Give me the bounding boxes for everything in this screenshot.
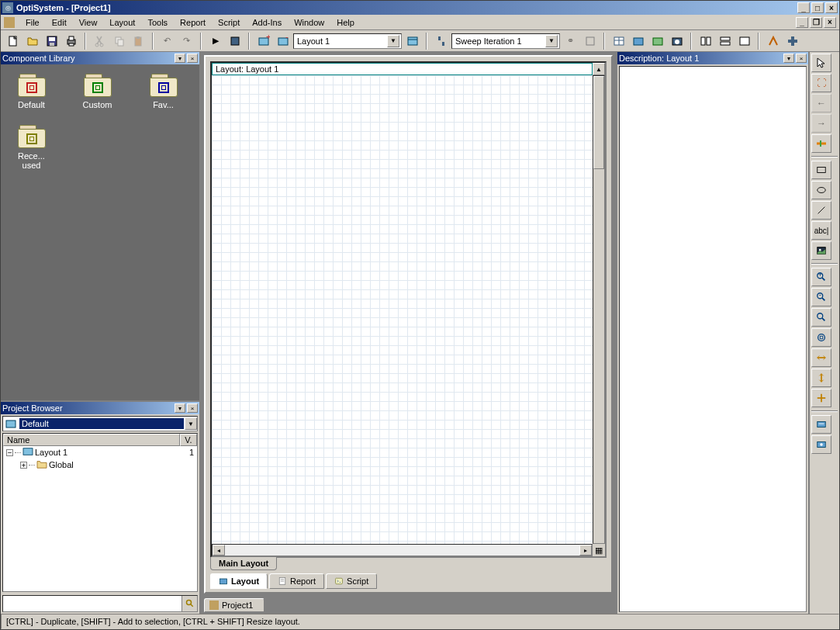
undo-button[interactable]: ↶ — [158, 33, 176, 50]
dropdown-icon[interactable]: ▼ — [545, 35, 558, 47]
search-input[interactable] — [3, 596, 181, 611]
panel-pin-button[interactable]: ▾ — [783, 54, 794, 63]
view3-button[interactable] — [668, 33, 686, 50]
text-tool-button[interactable]: abc| — [811, 221, 831, 240]
col-name[interactable]: Name — [3, 434, 180, 446]
fit-tool-button[interactable]: ⛶ — [811, 74, 831, 92]
layout-combo[interactable]: Layout 1 ▼ — [293, 33, 402, 49]
menu-file[interactable]: File — [19, 16, 46, 29]
panel-pin-button[interactable]: ▾ — [175, 403, 185, 413]
window-cascade-button[interactable] — [716, 33, 734, 50]
redo-button[interactable]: ↷ — [178, 33, 195, 50]
maximize-button[interactable]: □ — [811, 2, 824, 13]
menu-view[interactable]: View — [73, 16, 104, 29]
panel-pin-button[interactable]: ▾ — [175, 54, 185, 63]
connect-tool-button[interactable] — [811, 134, 831, 153]
pan-button[interactable] — [811, 389, 831, 407]
new-button[interactable] — [4, 33, 22, 50]
close-button[interactable]: × — [825, 2, 838, 13]
description-body[interactable] — [619, 66, 807, 612]
add-layout-button[interactable]: + — [254, 33, 272, 50]
window-tile-button[interactable] — [697, 33, 714, 50]
panel-close-button[interactable]: × — [187, 54, 198, 63]
view-settings-button[interactable] — [811, 415, 831, 434]
view-tab-report[interactable]: Report — [269, 573, 324, 589]
view1-button[interactable] — [629, 33, 647, 50]
view-tab-script[interactable]: Script — [326, 573, 377, 589]
layout-props-button[interactable] — [403, 33, 421, 50]
menu-report[interactable]: Report — [174, 16, 212, 29]
open-button[interactable] — [23, 33, 41, 50]
minimize-button[interactable]: _ — [797, 2, 810, 13]
document-tab[interactable]: Project1 — [204, 598, 264, 612]
mdi-minimize-button[interactable]: _ — [796, 17, 808, 28]
panel-close-button[interactable]: × — [187, 403, 198, 413]
sweep-combo[interactable]: Sweep Iteration 1 ▼ — [451, 33, 560, 49]
tree-toggle[interactable] — [6, 449, 13, 456]
panel-close-button[interactable]: × — [796, 54, 807, 63]
menu-layout[interactable]: Layout — [103, 16, 141, 29]
view-refresh-button[interactable] — [811, 435, 831, 454]
mdi-close-button[interactable]: × — [824, 17, 836, 28]
vscroll-button[interactable] — [811, 369, 831, 387]
main-layout-tab[interactable]: Main Layout — [210, 557, 277, 570]
paste-button[interactable] — [130, 33, 147, 50]
run-button[interactable]: ▶ — [206, 33, 224, 50]
table-button[interactable] — [610, 33, 627, 50]
zoom-in-button[interactable]: + — [811, 268, 831, 286]
dropdown-icon[interactable]: ▼ — [185, 417, 197, 430]
tree-row[interactable]: Layout 1 1 — [3, 446, 197, 459]
sweep-button[interactable] — [432, 33, 450, 50]
col-value[interactable]: V. — [180, 434, 197, 446]
arrow-left-tool-button[interactable]: ← — [811, 94, 831, 112]
menu-window[interactable]: Window — [288, 16, 330, 29]
hscroll-button[interactable] — [811, 348, 831, 367]
options-button[interactable] — [581, 33, 599, 50]
component-button[interactable] — [226, 33, 244, 50]
dropdown-icon[interactable]: ▼ — [387, 35, 399, 47]
copy-button[interactable] — [110, 33, 128, 50]
scroll-right-button[interactable]: ▸ — [579, 545, 592, 556]
tree-row[interactable]: Global — [3, 459, 197, 471]
cut-button[interactable] — [91, 33, 109, 50]
arrow-right-tool-button[interactable]: → — [811, 114, 831, 133]
design-canvas[interactable] — [212, 75, 593, 544]
library-folder[interactable]: Default — [10, 74, 53, 109]
remove-layout-button[interactable]: - — [274, 33, 292, 50]
view-tab-layout[interactable]: Layout — [210, 573, 268, 589]
view2-button[interactable] — [648, 33, 666, 50]
mdi-restore-button[interactable]: ❐ — [810, 17, 822, 28]
horizontal-scrollbar[interactable]: ◂ ▸ — [212, 544, 593, 556]
tool-a-button[interactable] — [764, 33, 782, 50]
project-browser-combo[interactable]: Default ▼ — [2, 416, 198, 431]
search-button[interactable] — [181, 596, 197, 611]
window-single-button[interactable] — [735, 33, 753, 50]
rect-tool-button[interactable] — [811, 161, 831, 179]
scroll-up-button[interactable]: ▲ — [593, 63, 605, 75]
image-tool-button[interactable] — [811, 241, 831, 260]
tree-toggle[interactable] — [20, 462, 27, 469]
library-folder[interactable]: Custom — [76, 74, 119, 109]
scrollbar-thumb[interactable] — [593, 76, 604, 169]
library-folder[interactable]: Rece... used — [10, 125, 53, 170]
line-tool-button[interactable] — [811, 201, 831, 220]
scrollbar-track[interactable] — [225, 545, 579, 556]
save-button[interactable] — [43, 33, 60, 50]
pointer-tool-button[interactable] — [811, 54, 831, 72]
library-folder[interactable]: Fav... — [142, 74, 185, 109]
vertical-scrollbar[interactable] — [593, 75, 605, 544]
zoom-fit-button[interactable] — [811, 328, 831, 347]
zoom-out-button[interactable]: - — [811, 288, 831, 306]
mdi-icon[interactable] — [4, 17, 15, 28]
zoom-area-button[interactable] — [811, 308, 831, 327]
menu-addins[interactable]: Add-Ins — [246, 16, 288, 29]
ellipse-tool-button[interactable] — [811, 181, 831, 199]
scroll-left-button[interactable]: ◂ — [213, 545, 225, 556]
menu-edit[interactable]: Edit — [46, 16, 73, 29]
menu-tools[interactable]: Tools — [141, 16, 174, 29]
menu-script[interactable]: Script — [212, 16, 246, 29]
menu-help[interactable]: Help — [330, 16, 361, 29]
link-button[interactable]: ⚭ — [562, 33, 579, 50]
print-button[interactable] — [62, 33, 80, 50]
tool-b-button[interactable] — [783, 33, 801, 50]
